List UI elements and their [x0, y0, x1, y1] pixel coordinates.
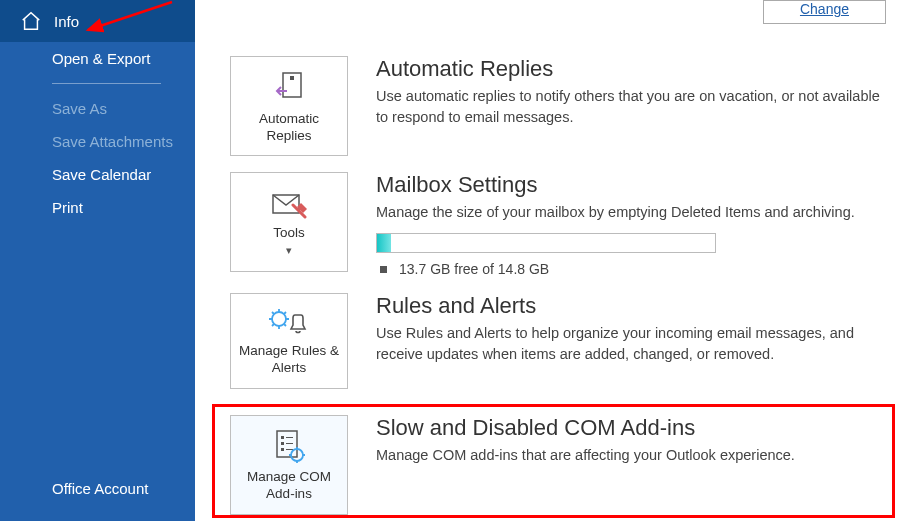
meter-text: 13.7 GB free of 14.8 GB — [376, 261, 894, 277]
com-addins-icon — [271, 429, 307, 463]
sidebar-item-label: Print — [52, 199, 83, 216]
meter-fill — [377, 234, 391, 252]
tools-icon — [269, 189, 309, 219]
sidebar-item-label: Info — [54, 13, 79, 30]
tile-label: Manage Rules & Alerts — [237, 343, 341, 377]
svg-rect-10 — [281, 448, 284, 451]
change-link-box: Change — [763, 0, 886, 24]
tile-manage-com-addins[interactable]: Manage COM Add-ins — [230, 415, 348, 515]
section-automatic-replies: Automatic Replies Automatic Replies Use … — [210, 48, 900, 164]
tile-manage-rules[interactable]: Manage Rules & Alerts — [230, 293, 348, 389]
chevron-down-icon: ▾ — [286, 244, 292, 258]
backstage-content: Change Automatic Replies Automatic Repli… — [210, 0, 900, 521]
sidebar-item-label: Save As — [52, 100, 107, 117]
section-body: Manage the size of your mailbox by empty… — [376, 202, 894, 223]
sidebar-item-label: Open & Export — [52, 50, 150, 67]
tile-label: Automatic Replies — [237, 111, 341, 145]
section-title: Automatic Replies — [376, 56, 894, 82]
section-title: Slow and Disabled COM Add-ins — [376, 415, 894, 441]
tile-tools[interactable]: Tools ▾ — [230, 172, 348, 272]
sidebar-item-label: Office Account — [52, 480, 148, 497]
rules-alerts-icon — [267, 307, 311, 337]
tile-label: Manage COM Add-ins — [237, 469, 341, 503]
section-title: Rules and Alerts — [376, 293, 894, 319]
section-mailbox-settings: Tools ▾ Mailbox Settings Manage the size… — [210, 164, 900, 285]
sidebar-item-label: Save Calendar — [52, 166, 151, 183]
change-link[interactable]: Change — [800, 1, 849, 17]
svg-rect-8 — [281, 442, 284, 445]
section-body: Use automatic replies to notify others t… — [376, 86, 894, 128]
section-com-addins: Manage COM Add-ins Slow and Disabled COM… — [210, 397, 900, 521]
meter-bar — [376, 233, 716, 253]
tile-automatic-replies[interactable]: Automatic Replies — [230, 56, 348, 156]
tile-label: Tools — [273, 225, 305, 242]
mailbox-size-meter: 13.7 GB free of 14.8 GB — [376, 233, 894, 277]
sidebar-item-save-calendar[interactable]: Save Calendar — [0, 158, 195, 191]
svg-rect-6 — [281, 436, 284, 439]
svg-point-4 — [272, 312, 286, 326]
sidebar-item-save-attachments: Save Attachments — [0, 125, 195, 158]
sidebar-item-print[interactable]: Print — [0, 191, 195, 224]
sidebar-item-open-export[interactable]: Open & Export — [0, 42, 195, 75]
section-body: Use Rules and Alerts to help organize yo… — [376, 323, 894, 365]
svg-rect-2 — [290, 76, 294, 80]
section-rules-alerts: Manage Rules & Alerts Rules and Alerts U… — [210, 285, 900, 397]
section-title: Mailbox Settings — [376, 172, 894, 198]
backstage-sidebar: Info Open & Export Save As Save Attachme… — [0, 0, 195, 521]
sidebar-separator — [52, 83, 161, 84]
home-icon — [20, 10, 42, 32]
sidebar-item-save-as: Save As — [0, 92, 195, 125]
section-body: Manage COM add-ins that are affecting yo… — [376, 445, 894, 466]
automatic-replies-icon — [271, 69, 307, 105]
sidebar-item-info[interactable]: Info — [0, 0, 195, 42]
sidebar-item-office-account[interactable]: Office Account — [0, 480, 195, 497]
sidebar-item-label: Save Attachments — [52, 133, 173, 150]
